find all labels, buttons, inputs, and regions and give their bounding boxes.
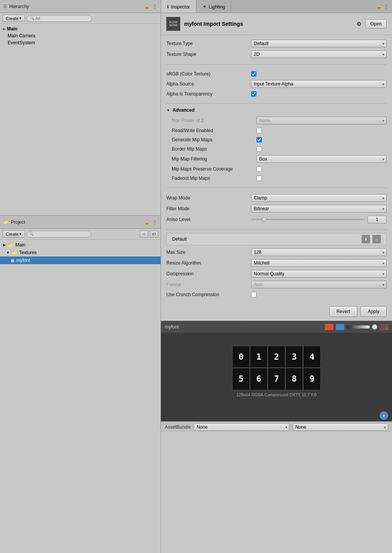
project-favorites-icon[interactable]: ☆ xyxy=(140,231,148,238)
max-size-control[interactable]: 128 xyxy=(251,248,387,256)
srgb-row: sRGB (Color Texture) xyxy=(166,69,387,79)
hierarchy-search-input[interactable] xyxy=(27,15,92,22)
lighting-tab-icon: ☀ xyxy=(203,4,206,9)
project-item-main[interactable]: ▶ 📁 Main xyxy=(0,241,161,249)
preview-title: myfont xyxy=(165,324,242,330)
fadeout-mip-row: Fadeout Mip Maps xyxy=(172,174,387,183)
compression-select[interactable]: Normal Quality xyxy=(251,270,387,278)
project-item-myfont[interactable]: ▦ myfont xyxy=(0,256,161,264)
revert-button[interactable]: Revert xyxy=(329,306,357,317)
project-myfont-icon: ▦ xyxy=(11,258,14,263)
hierarchy-lock-icon[interactable]: 🔒 xyxy=(144,4,150,9)
resize-alg-control[interactable]: Mitchell xyxy=(251,259,387,267)
settings-gear-icon[interactable]: ⚙ xyxy=(357,21,362,27)
filter-mode-select[interactable]: Bilinear xyxy=(251,205,387,213)
mip-filter-select[interactable]: Box xyxy=(256,155,387,163)
asset-bundle-select-wrapper-2[interactable]: None xyxy=(293,423,388,431)
wrap-mode-control[interactable]: Clamp xyxy=(251,194,387,202)
preview-checker-swatch[interactable] xyxy=(380,324,388,330)
project-search-input[interactable] xyxy=(27,231,91,238)
inspector-menu-icon[interactable]: ⋮ xyxy=(384,3,389,10)
alpha-transparency-checkbox[interactable] xyxy=(251,91,256,97)
texture-shape-control[interactable]: 2D xyxy=(251,50,387,58)
platform-header: Default ⬇ 🤖 xyxy=(166,233,387,245)
platform-android-icon[interactable]: 🤖 xyxy=(372,235,381,243)
asset-bundle-label: AssetBundle xyxy=(165,424,191,430)
tab-lighting[interactable]: ☀ Lighting xyxy=(196,0,231,13)
project-lock-icon[interactable]: 🔒 xyxy=(144,220,150,225)
format-control[interactable]: Auto xyxy=(251,281,387,288)
read-write-checkbox[interactable] xyxy=(256,128,262,133)
project-main-label: Main xyxy=(15,242,25,248)
preview-panel: myfont 0 1 2 3 xyxy=(161,321,392,421)
tab-inspector[interactable]: ℹ Inspector xyxy=(161,0,196,13)
mip-preserve-checkbox[interactable] xyxy=(256,166,262,172)
wrap-mode-select[interactable]: Clamp xyxy=(251,194,387,202)
texture-preview: 0 1 2 3 4 5 6 7 8 9 xyxy=(232,346,321,390)
wrap-mode-label: Wrap Mode xyxy=(166,195,251,201)
filter-mode-control[interactable]: Bilinear xyxy=(251,205,387,213)
hierarchy-menu-icon[interactable]: ⋮ xyxy=(152,3,157,10)
texture-shape-select[interactable]: 2D xyxy=(251,50,387,58)
preview-color-swatch-red[interactable] xyxy=(325,324,333,330)
mip-preserve-row: Mip Maps Preserve Coverage xyxy=(172,164,387,174)
preview-color-swatch-blue[interactable] xyxy=(336,324,344,330)
format-select[interactable]: Auto xyxy=(251,281,387,288)
hierarchy-create-button[interactable]: Create ▾ xyxy=(2,15,25,22)
aniso-value[interactable]: 1 xyxy=(367,216,387,223)
platform-default-label: Default xyxy=(172,236,362,242)
hierarchy-item-main-camera[interactable]: Main Camera xyxy=(0,32,161,39)
preview-dot-control[interactable] xyxy=(372,324,377,330)
asset-bundle-select-1[interactable]: None xyxy=(194,423,289,431)
non-power-select[interactable]: None xyxy=(256,117,387,124)
divider-3 xyxy=(166,188,387,188)
project-header: 📁 Project 🔒 ⋮ xyxy=(0,216,161,229)
preview-footer: i xyxy=(161,410,392,421)
srgb-checkbox[interactable] xyxy=(251,71,256,77)
crunch-checkbox[interactable] xyxy=(251,292,256,297)
fadeout-mip-label: Fadeout Mip Maps xyxy=(172,176,256,181)
project-panel: 📁 Project 🔒 ⋮ Create ▾ 🔍 ☆ 🏷 ▶ 📁 Main xyxy=(0,216,161,553)
project-menu-icon[interactable]: ⋮ xyxy=(152,219,157,225)
apply-button[interactable]: Apply xyxy=(360,306,387,317)
read-write-label: Read/Write Enabled xyxy=(172,128,256,133)
project-create-button[interactable]: Create ▾ xyxy=(2,230,25,238)
compression-control[interactable]: Normal Quality xyxy=(251,270,387,278)
alpha-source-select[interactable]: Input Texture Alpha xyxy=(251,80,387,88)
info-icon[interactable]: i xyxy=(380,411,388,420)
non-power-control[interactable]: None xyxy=(256,117,387,124)
mip-filter-control[interactable]: Box xyxy=(256,155,387,163)
project-tag-icon[interactable]: 🏷 xyxy=(150,231,158,238)
project-item-textures[interactable]: ▼ 📁 Textures xyxy=(0,249,161,256)
resize-alg-select[interactable]: Mitchell xyxy=(251,259,387,267)
project-textures-arrow: ▼ xyxy=(6,251,10,255)
inspector-content: 0123456789 myfont Import Settings ⚙ Open… xyxy=(161,13,392,553)
font-cell-5: 5 xyxy=(232,368,250,390)
open-button[interactable]: Open xyxy=(365,19,387,28)
fadeout-mip-checkbox[interactable] xyxy=(256,176,262,181)
project-folder-icon: 📁 xyxy=(3,220,8,225)
mip-filter-row: Mip Map Filtering Box xyxy=(172,154,387,164)
preview-brightness-slider[interactable] xyxy=(347,325,370,328)
resize-alg-row: Resize Algorithm Mitchell xyxy=(166,258,387,268)
font-preview-grid: 0 1 2 3 4 5 6 7 8 9 xyxy=(232,346,321,390)
border-mip-checkbox[interactable] xyxy=(256,146,262,152)
tab-controls: 🔒 ⋮ xyxy=(373,0,392,13)
texture-type-control[interactable]: Default xyxy=(251,40,387,47)
hierarchy-item-main[interactable]: ▶ Main xyxy=(0,25,161,32)
asset-bundle-select-wrapper-1[interactable]: None xyxy=(194,423,289,431)
advanced-section-header[interactable]: ▼ Advanced xyxy=(161,105,392,115)
right-panel: ℹ Inspector ☀ Lighting 🔒 ⋮ 0123456789 my… xyxy=(161,0,392,553)
platform-download-icon[interactable]: ⬇ xyxy=(362,235,370,243)
generate-mip-checkbox[interactable] xyxy=(256,137,262,142)
alpha-source-control[interactable]: Input Texture Alpha xyxy=(251,80,387,88)
asset-bundle-select-2[interactable]: None xyxy=(293,423,388,431)
font-cell-7: 7 xyxy=(268,368,285,390)
aniso-slider-thumb[interactable] xyxy=(262,217,267,222)
inspector-lock-icon[interactable]: 🔒 xyxy=(376,4,382,9)
hierarchy-item-event-system[interactable]: EventSystem xyxy=(0,39,161,46)
max-size-select[interactable]: 128 xyxy=(251,248,387,256)
inspector-tab-label: Inspector xyxy=(171,4,190,10)
filter-mode-row: Filter Mode Bilinear xyxy=(166,203,387,214)
texture-type-select[interactable]: Default xyxy=(251,40,387,47)
